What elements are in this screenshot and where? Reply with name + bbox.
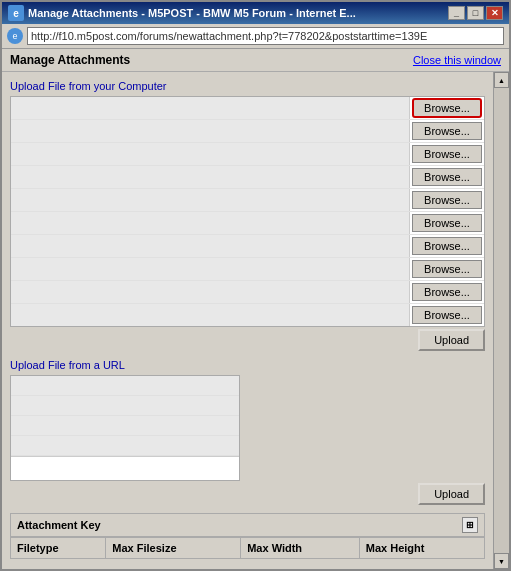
url-row-4 xyxy=(11,436,239,456)
file-row-7: Browse... xyxy=(11,235,484,258)
scrollbar: ▲ ▼ xyxy=(493,72,509,569)
file-row-2: Browse... xyxy=(11,120,484,143)
url-row-2 xyxy=(11,396,239,416)
file-row-6: Browse... xyxy=(11,212,484,235)
upload-url-label: Upload File from a URL xyxy=(10,359,485,371)
url-row-1 xyxy=(11,376,239,396)
attachment-key-table: Filetype Max Filesize Max Width Max Heig… xyxy=(10,537,485,559)
browser-logo-icon: e xyxy=(7,28,23,44)
scroll-track[interactable] xyxy=(494,88,509,553)
col-max-width: Max Width xyxy=(241,538,360,559)
main-content: Upload File from your Computer Browse...… xyxy=(2,72,493,569)
file-input-4 xyxy=(11,166,410,188)
file-input-8 xyxy=(11,258,410,280)
browse-button-8[interactable]: Browse... xyxy=(412,260,482,278)
browse-button-1[interactable]: Browse... xyxy=(412,98,482,118)
address-bar: e xyxy=(2,24,509,49)
url-row-3 xyxy=(11,416,239,436)
file-input-7 xyxy=(11,235,410,257)
browse-button-10[interactable]: Browse... xyxy=(412,306,482,324)
file-input-2 xyxy=(11,120,410,142)
file-row-4: Browse... xyxy=(11,166,484,189)
upload-btn-row: Upload xyxy=(10,329,485,351)
url-upload-btn-row: Upload xyxy=(10,483,485,505)
file-upload-list: Browse... Browse... Browse... Brows xyxy=(10,96,485,327)
minimize-button[interactable]: _ xyxy=(448,6,465,20)
attachment-key-icon[interactable]: ⊞ xyxy=(462,517,478,533)
window-title: Manage Attachments - M5POST - BMW M5 For… xyxy=(28,7,356,19)
maximize-button[interactable]: □ xyxy=(467,6,484,20)
table-header-row: Filetype Max Filesize Max Width Max Heig… xyxy=(11,538,485,559)
browse-button-4[interactable]: Browse... xyxy=(412,168,482,186)
file-row-5: Browse... xyxy=(11,189,484,212)
file-input-9 xyxy=(11,281,410,303)
scroll-down-button[interactable]: ▼ xyxy=(494,553,509,569)
browse-button-5[interactable]: Browse... xyxy=(412,191,482,209)
browse-button-9[interactable]: Browse... xyxy=(412,283,482,301)
upload-url-button[interactable]: Upload xyxy=(418,483,485,505)
url-upload-box xyxy=(10,375,240,481)
browser-icon: e xyxy=(8,5,24,21)
browse-button-2[interactable]: Browse... xyxy=(412,122,482,140)
file-row-8: Browse... xyxy=(11,258,484,281)
manage-attachments-header: Manage Attachments Close this window xyxy=(2,49,509,72)
col-max-filesize: Max Filesize xyxy=(106,538,241,559)
title-bar-left: e Manage Attachments - M5POST - BMW M5 F… xyxy=(8,5,356,21)
url-input[interactable] xyxy=(11,456,239,480)
title-bar: e Manage Attachments - M5POST - BMW M5 F… xyxy=(2,2,509,24)
col-max-height: Max Height xyxy=(359,538,484,559)
file-input-5 xyxy=(11,189,410,211)
upload-computer-label: Upload File from your Computer xyxy=(10,80,485,92)
upload-computer-button[interactable]: Upload xyxy=(418,329,485,351)
file-input-1 xyxy=(11,97,410,119)
col-filetype: Filetype xyxy=(11,538,106,559)
upload-computer-section: Upload File from your Computer Browse...… xyxy=(10,80,485,351)
file-input-6 xyxy=(11,212,410,234)
address-input[interactable] xyxy=(27,27,504,45)
content-area: Upload File from your Computer Browse...… xyxy=(2,72,509,569)
attachment-key-section: Attachment Key ⊞ Filetype Max Filesize M… xyxy=(10,513,485,559)
file-input-3 xyxy=(11,143,410,165)
attachment-key-title: Attachment Key xyxy=(17,519,101,531)
upload-url-section: Upload File from a URL Upload xyxy=(10,359,485,505)
scroll-up-button[interactable]: ▲ xyxy=(494,72,509,88)
browse-button-3[interactable]: Browse... xyxy=(412,145,482,163)
file-row-1: Browse... xyxy=(11,97,484,120)
file-row-3: Browse... xyxy=(11,143,484,166)
file-row-9: Browse... xyxy=(11,281,484,304)
file-input-10 xyxy=(11,304,410,326)
browser-window: e Manage Attachments - M5POST - BMW M5 F… xyxy=(0,0,511,571)
browse-button-7[interactable]: Browse... xyxy=(412,237,482,255)
file-row-10: Browse... xyxy=(11,304,484,326)
close-window-link[interactable]: Close this window xyxy=(413,54,501,66)
title-bar-buttons: _ □ ✕ xyxy=(448,6,503,20)
manage-attachments-title: Manage Attachments xyxy=(10,53,130,67)
browse-button-6[interactable]: Browse... xyxy=(412,214,482,232)
attachment-key-header: Attachment Key ⊞ xyxy=(10,513,485,537)
close-button[interactable]: ✕ xyxy=(486,6,503,20)
